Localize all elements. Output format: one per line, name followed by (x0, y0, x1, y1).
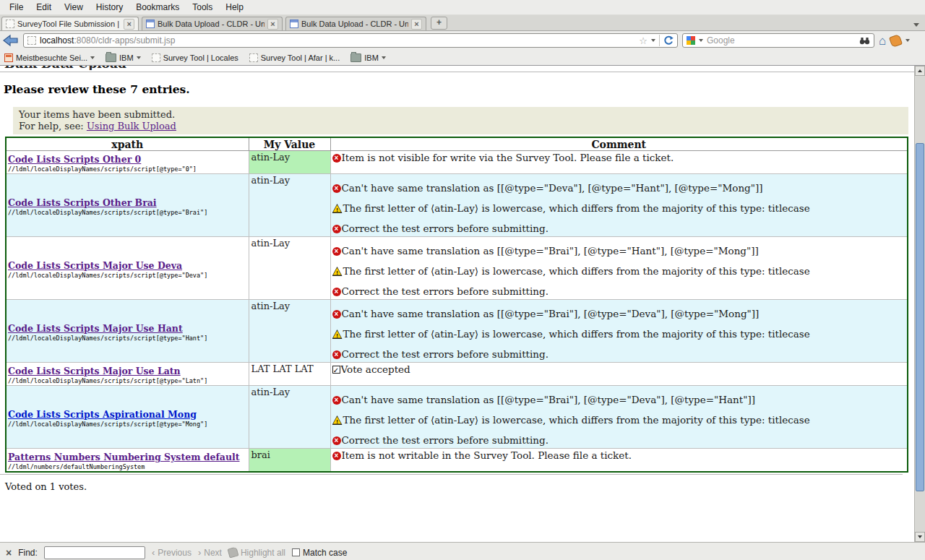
find-label: Find: (18, 548, 38, 558)
find-close-icon[interactable]: × (6, 547, 12, 559)
scroll-up-button[interactable] (915, 66, 925, 76)
comment-line: ×Can't have same translation as [[@type=… (332, 183, 908, 194)
chevron-down-icon (382, 56, 386, 59)
xpath-link[interactable]: Code Lists Scripts Aspirational Mong (8, 409, 197, 420)
back-button[interactable] (3, 34, 19, 47)
my-value-cell: atin-Lay (249, 174, 330, 237)
column-header-my-value: My Value (249, 137, 330, 151)
xpath-path: //ldml/localeDisplayNames/scripts/script… (8, 209, 247, 216)
error-icon: × (332, 247, 341, 256)
scroll-down-button[interactable] (915, 532, 925, 542)
toolbar-overflow-chevron-icon[interactable] (905, 39, 910, 42)
table-row: Code Lists Scripts Major Use Hant //ldml… (6, 300, 908, 363)
xpath-link[interactable]: Code Lists Scripts Other Brai (8, 197, 157, 208)
tab-bulk-data-upload-2[interactable]: Bulk Data Upload - CLDR - Un... × (285, 17, 426, 30)
tab-close-icon[interactable]: × (124, 19, 134, 30)
comment-line: ×Can't have same translation as [[@type=… (332, 395, 908, 405)
error-icon: × (332, 310, 341, 319)
comment-line: ×Can't have same translation as [[@type=… (332, 309, 908, 319)
dotted-divider (0, 474, 903, 475)
match-case-option[interactable]: Match case (292, 548, 347, 558)
notice-prefix: For help, see: (19, 121, 87, 132)
bookmark-folder-ibm-1[interactable]: IBM (106, 53, 141, 62)
chevron-down-icon (137, 56, 141, 59)
error-icon: × (332, 436, 341, 445)
error-icon: × (332, 350, 341, 359)
xpath-link[interactable]: Code Lists Scripts Other 0 (8, 154, 141, 165)
reload-icon[interactable] (663, 35, 674, 46)
error-icon: × (332, 225, 341, 233)
bookmark-label: Survey Tool | Afar | k... (261, 53, 340, 62)
table-row: Code Lists Scripts Other 0 //ldml/locale… (6, 151, 908, 174)
find-input[interactable] (44, 546, 145, 559)
error-icon: × (332, 396, 341, 405)
url-path: :8080/cldr-apps/submit.jsp (74, 35, 175, 46)
bookmark-star-icon[interactable]: ☆ (639, 36, 648, 46)
bookmarks-toolbar: Meistbesuchte Sei... IBM Survey Tool | L… (0, 50, 925, 66)
table-row: Patterns Numbers Numbering System defaul… (6, 449, 908, 473)
bookmark-folder-ibm-2[interactable]: IBM (350, 53, 386, 62)
comment-line: ×Correct the test errors before submitti… (332, 286, 908, 297)
bookmark-survey-tool-afar[interactable]: Survey Tool | Afar | k... (249, 53, 340, 62)
most-visited-icon (4, 53, 13, 62)
tab-surveytool-submission[interactable]: SurveyTool File Submission | ... × (1, 17, 139, 30)
chevron-down-icon (90, 56, 95, 59)
xpath-link[interactable]: Patterns Numbers Numbering System defaul… (8, 452, 240, 462)
binoculars-search-icon[interactable] (859, 37, 870, 45)
xpath-path: //ldml/localeDisplayNames/scripts/script… (8, 272, 247, 279)
url-bar[interactable]: localhost:8080/cldr-apps/submit.jsp ☆ (23, 33, 678, 48)
vertical-scrollbar[interactable] (914, 66, 925, 542)
xpath-link[interactable]: Code Lists Scripts Major Use Deva (8, 260, 182, 271)
extension-icon[interactable] (889, 33, 903, 47)
table-row: Code Lists Scripts Major Use Deva //ldml… (6, 237, 908, 300)
using-bulk-upload-link[interactable]: Using Bulk Upload (87, 121, 176, 132)
xpath-path: //ldml/localeDisplayNames/scripts/script… (8, 165, 247, 173)
find-previous-button[interactable]: ‹Previous (152, 547, 192, 558)
menu-help[interactable]: Help (219, 0, 250, 14)
bookmark-label: Survey Tool | Locales (163, 53, 238, 62)
menu-history[interactable]: History (90, 0, 129, 14)
my-value-cell: LAT LAT LAT (249, 363, 330, 386)
submission-notice: Your items have been submitted. For help… (13, 107, 908, 134)
bookmark-survey-tool-locales[interactable]: Survey Tool | Locales (152, 53, 238, 62)
warning-icon (332, 415, 343, 425)
match-case-label: Match case (303, 548, 347, 558)
match-case-checkbox[interactable] (292, 548, 300, 556)
highlight-all-button[interactable]: Highlight all (228, 548, 285, 558)
search-engine-google-icon[interactable] (687, 36, 695, 45)
divider (659, 35, 660, 46)
menu-edit[interactable]: Edit (30, 0, 58, 14)
find-bar: × Find: ‹Previous ›Next Highlight all Ma… (0, 542, 925, 560)
error-icon: × (332, 154, 341, 163)
table-header-row: xpath My Value Comment (6, 137, 908, 151)
xpath-link[interactable]: Code Lists Scripts Major Use Latn (8, 366, 181, 376)
menu-tools[interactable]: Tools (186, 0, 219, 14)
page-content: Bulk Data Upload Please review these 7 e… (0, 66, 925, 542)
menu-file[interactable]: File (3, 0, 30, 14)
url-dropdown-chevron-icon[interactable] (651, 39, 655, 42)
search-bar[interactable]: Google (682, 33, 874, 48)
menu-bookmarks[interactable]: Bookmarks (129, 0, 186, 14)
tab-bar: SurveyTool File Submission | ... × Bulk … (0, 15, 925, 31)
search-engine-chevron-icon[interactable] (699, 39, 703, 42)
tab-close-icon[interactable]: × (267, 19, 278, 30)
menu-view[interactable]: View (58, 0, 90, 14)
placeholder-favicon (249, 53, 258, 62)
bookmark-most-visited[interactable]: Meistbesuchte Sei... (4, 53, 95, 62)
find-next-button[interactable]: ›Next (198, 547, 222, 558)
url-text: localhost:8080/cldr-apps/submit.jsp (40, 35, 635, 46)
my-value-cell: atin-Lay (249, 386, 330, 449)
tab-bulk-data-upload-1[interactable]: Bulk Data Upload - CLDR - Un... × (142, 17, 283, 30)
home-icon[interactable]: ⌂ (879, 35, 886, 47)
scrollbar-thumb[interactable] (916, 143, 924, 491)
highlighter-icon (227, 547, 238, 559)
xpath-link[interactable]: Code Lists Scripts Major Use Hant (8, 323, 183, 334)
comment-line: ×Correct the test errors before submitti… (332, 223, 908, 234)
tab-close-icon[interactable]: × (411, 19, 422, 30)
new-tab-button[interactable]: + (431, 17, 447, 30)
tab-list-chevron-icon[interactable] (913, 23, 919, 27)
comment-line: The first letter of ⟨atin-Lay⟩ is lowerc… (332, 203, 908, 214)
notice-line2: For help, see: Using Bulk Upload (19, 121, 903, 132)
page-title: Please review these 7 entries. (4, 82, 914, 96)
notice-line1: Your items have been submitted. (19, 109, 903, 121)
